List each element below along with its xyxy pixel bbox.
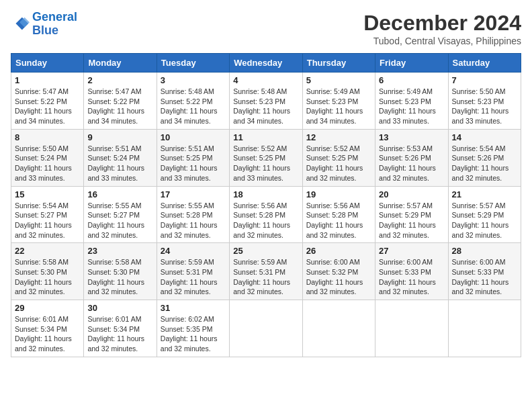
calendar-day-cell: 26Sunrise: 6:00 AM Sunset: 5:32 PM Dayli… — [302, 243, 375, 300]
calendar-day-cell: 25Sunrise: 5:59 AM Sunset: 5:31 PM Dayli… — [230, 243, 302, 300]
calendar-day-cell: 24Sunrise: 5:59 AM Sunset: 5:31 PM Dayli… — [157, 243, 229, 300]
day-number: 17 — [161, 189, 226, 199]
day-info: Sunrise: 5:57 AM Sunset: 5:29 PM Dayligh… — [379, 201, 444, 240]
day-of-week-header: Wednesday — [230, 54, 302, 73]
day-number: 9 — [87, 132, 152, 142]
calendar-day-cell: 16Sunrise: 5:55 AM Sunset: 5:27 PM Dayli… — [84, 186, 157, 243]
day-number: 10 — [161, 132, 226, 142]
calendar-day-cell: 1Sunrise: 5:47 AM Sunset: 5:22 PM Daylig… — [11, 73, 84, 130]
calendar-day-cell: 17Sunrise: 5:55 AM Sunset: 5:28 PM Dayli… — [157, 186, 229, 243]
calendar-day-cell: 28Sunrise: 6:00 AM Sunset: 5:33 PM Dayli… — [448, 243, 521, 300]
day-of-week-header: Friday — [375, 54, 448, 73]
day-number: 4 — [233, 75, 298, 85]
day-number: 29 — [15, 303, 80, 313]
day-number: 27 — [379, 246, 444, 256]
day-info: Sunrise: 5:49 AM Sunset: 5:23 PM Dayligh… — [306, 87, 371, 126]
logo-text: General Blue — [32, 11, 77, 38]
calendar-day-cell: 19Sunrise: 5:56 AM Sunset: 5:28 PM Dayli… — [302, 186, 375, 243]
day-number: 23 — [87, 246, 152, 256]
calendar-day-cell: 12Sunrise: 5:52 AM Sunset: 5:25 PM Dayli… — [302, 129, 375, 186]
calendar-day-cell: 14Sunrise: 5:54 AM Sunset: 5:26 PM Dayli… — [448, 129, 521, 186]
day-info: Sunrise: 5:59 AM Sunset: 5:31 PM Dayligh… — [233, 257, 298, 297]
calendar-day-cell: 2Sunrise: 5:47 AM Sunset: 5:22 PM Daylig… — [84, 73, 157, 130]
day-info: Sunrise: 5:51 AM Sunset: 5:25 PM Dayligh… — [161, 144, 226, 183]
calendar-day-cell: 30Sunrise: 6:01 AM Sunset: 5:34 PM Dayli… — [84, 300, 157, 357]
day-info: Sunrise: 5:52 AM Sunset: 5:25 PM Dayligh… — [306, 144, 371, 183]
calendar-day-cell: 20Sunrise: 5:57 AM Sunset: 5:29 PM Dayli… — [375, 186, 448, 243]
day-info: Sunrise: 6:00 AM Sunset: 5:32 PM Dayligh… — [306, 257, 371, 297]
day-number: 22 — [15, 246, 80, 256]
day-number: 12 — [306, 132, 371, 142]
empty-cell — [448, 300, 521, 357]
calendar-day-cell: 21Sunrise: 5:57 AM Sunset: 5:29 PM Dayli… — [448, 186, 521, 243]
calendar-week-row: 8Sunrise: 5:50 AM Sunset: 5:24 PM Daylig… — [11, 129, 521, 186]
month-title: December 2024 — [363, 11, 521, 36]
calendar-header-row: SundayMondayTuesdayWednesdayThursdayFrid… — [11, 54, 521, 73]
calendar-day-cell: 10Sunrise: 5:51 AM Sunset: 5:25 PM Dayli… — [157, 129, 229, 186]
calendar-week-row: 15Sunrise: 5:54 AM Sunset: 5:27 PM Dayli… — [11, 186, 521, 243]
calendar-day-cell: 22Sunrise: 5:58 AM Sunset: 5:30 PM Dayli… — [11, 243, 84, 300]
empty-cell — [375, 300, 448, 357]
location-subtitle: Tubod, Central Visayas, Philippines — [363, 36, 521, 46]
calendar-day-cell: 8Sunrise: 5:50 AM Sunset: 5:24 PM Daylig… — [11, 129, 84, 186]
day-info: Sunrise: 5:47 AM Sunset: 5:22 PM Dayligh… — [87, 87, 152, 126]
calendar-day-cell: 29Sunrise: 6:01 AM Sunset: 5:34 PM Dayli… — [11, 300, 84, 357]
day-number: 19 — [306, 189, 371, 199]
day-number: 18 — [233, 189, 298, 199]
day-number: 7 — [452, 75, 517, 85]
day-number: 28 — [452, 246, 517, 256]
day-info: Sunrise: 5:56 AM Sunset: 5:28 PM Dayligh… — [306, 201, 371, 240]
day-info: Sunrise: 5:52 AM Sunset: 5:25 PM Dayligh… — [233, 144, 298, 183]
day-number: 21 — [452, 189, 517, 199]
day-number: 3 — [161, 75, 226, 85]
calendar-table: SundayMondayTuesdayWednesdayThursdayFrid… — [11, 53, 521, 357]
day-info: Sunrise: 5:59 AM Sunset: 5:31 PM Dayligh… — [161, 257, 226, 297]
day-info: Sunrise: 5:58 AM Sunset: 5:30 PM Dayligh… — [15, 257, 80, 297]
calendar-week-row: 1Sunrise: 5:47 AM Sunset: 5:22 PM Daylig… — [11, 73, 521, 130]
day-number: 24 — [161, 246, 226, 256]
day-of-week-header: Tuesday — [157, 54, 229, 73]
calendar-day-cell: 18Sunrise: 5:56 AM Sunset: 5:28 PM Dayli… — [230, 186, 302, 243]
day-number: 30 — [87, 303, 152, 313]
day-info: Sunrise: 5:49 AM Sunset: 5:23 PM Dayligh… — [379, 87, 444, 126]
calendar-day-cell: 13Sunrise: 5:53 AM Sunset: 5:26 PM Dayli… — [375, 129, 448, 186]
calendar-day-cell: 4Sunrise: 5:48 AM Sunset: 5:23 PM Daylig… — [230, 73, 302, 130]
day-info: Sunrise: 5:48 AM Sunset: 5:23 PM Dayligh… — [233, 87, 298, 126]
title-block: December 2024 Tubod, Central Visayas, Ph… — [363, 11, 521, 46]
day-number: 6 — [379, 75, 444, 85]
day-info: Sunrise: 5:50 AM Sunset: 5:24 PM Dayligh… — [15, 144, 80, 183]
day-info: Sunrise: 6:01 AM Sunset: 5:34 PM Dayligh… — [15, 314, 80, 354]
calendar-day-cell: 31Sunrise: 6:02 AM Sunset: 5:35 PM Dayli… — [157, 300, 229, 357]
day-info: Sunrise: 6:02 AM Sunset: 5:35 PM Dayligh… — [161, 314, 226, 354]
day-info: Sunrise: 6:00 AM Sunset: 5:33 PM Dayligh… — [452, 257, 517, 297]
calendar-day-cell: 7Sunrise: 5:50 AM Sunset: 5:23 PM Daylig… — [448, 73, 521, 130]
calendar-day-cell: 15Sunrise: 5:54 AM Sunset: 5:27 PM Dayli… — [11, 186, 84, 243]
day-number: 26 — [306, 246, 371, 256]
day-number: 11 — [233, 132, 298, 142]
day-info: Sunrise: 5:48 AM Sunset: 5:22 PM Dayligh… — [161, 87, 226, 126]
day-number: 8 — [15, 132, 80, 142]
empty-cell — [230, 300, 302, 357]
calendar-day-cell: 3Sunrise: 5:48 AM Sunset: 5:22 PM Daylig… — [157, 73, 229, 130]
day-of-week-header: Monday — [84, 54, 157, 73]
day-number: 14 — [452, 132, 517, 142]
day-info: Sunrise: 5:54 AM Sunset: 5:26 PM Dayligh… — [452, 144, 517, 183]
day-info: Sunrise: 5:50 AM Sunset: 5:23 PM Dayligh… — [452, 87, 517, 126]
day-of-week-header: Thursday — [302, 54, 375, 73]
day-number: 5 — [306, 75, 371, 85]
day-info: Sunrise: 5:56 AM Sunset: 5:28 PM Dayligh… — [233, 201, 298, 240]
day-info: Sunrise: 5:55 AM Sunset: 5:27 PM Dayligh… — [87, 201, 152, 240]
calendar-day-cell: 23Sunrise: 5:58 AM Sunset: 5:30 PM Dayli… — [84, 243, 157, 300]
day-info: Sunrise: 5:53 AM Sunset: 5:26 PM Dayligh… — [379, 144, 444, 183]
day-of-week-header: Sunday — [11, 54, 84, 73]
calendar-day-cell: 6Sunrise: 5:49 AM Sunset: 5:23 PM Daylig… — [375, 73, 448, 130]
day-of-week-header: Saturday — [448, 54, 521, 73]
day-number: 16 — [87, 189, 152, 199]
day-info: Sunrise: 5:47 AM Sunset: 5:22 PM Dayligh… — [15, 87, 80, 126]
day-info: Sunrise: 5:54 AM Sunset: 5:27 PM Dayligh… — [15, 201, 80, 240]
page-header: General Blue December 2024 Tubod, Centra… — [11, 11, 521, 46]
calendar-day-cell: 11Sunrise: 5:52 AM Sunset: 5:25 PM Dayli… — [230, 129, 302, 186]
empty-cell — [302, 300, 375, 357]
day-info: Sunrise: 5:51 AM Sunset: 5:24 PM Dayligh… — [87, 144, 152, 183]
day-number: 25 — [233, 246, 298, 256]
